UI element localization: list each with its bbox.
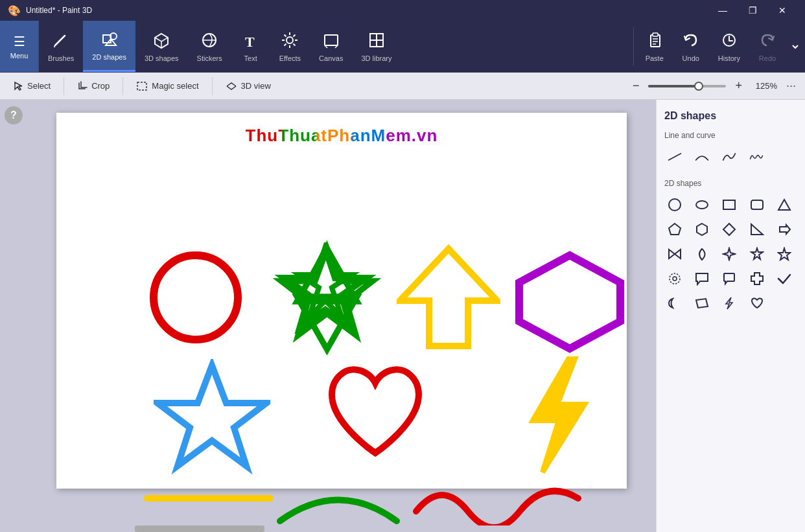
- stickers-label: Stickers: [197, 54, 222, 62]
- shape-btn-triangle[interactable]: [774, 194, 795, 215]
- zoom-fill: [648, 85, 699, 87]
- shape-circle: [141, 249, 251, 346]
- brushes-icon: [52, 31, 70, 52]
- zoom-slider[interactable]: [648, 85, 726, 87]
- history-label: History: [718, 54, 740, 62]
- shape-arc: [274, 472, 403, 532]
- toolbar-stickers[interactable]: Stickers: [188, 21, 231, 72]
- shape-btn-oval[interactable]: [692, 194, 712, 215]
- shape-btn-star4[interactable]: [719, 244, 740, 264]
- help-button[interactable]: ?: [5, 106, 23, 124]
- toolbar-undo[interactable]: Undo: [673, 21, 709, 72]
- shape-btn-rounded-rect[interactable]: [747, 194, 767, 215]
- shape-btn-round-speech[interactable]: [719, 268, 740, 289]
- svg-point-39: [669, 199, 681, 211]
- shape-btn-s-curve[interactable]: [719, 146, 740, 167]
- shape-btn-crescent[interactable]: [664, 293, 685, 314]
- shape-btn-star6[interactable]: [774, 244, 795, 264]
- toolbar-collapse-button[interactable]: [786, 21, 805, 72]
- titlebar: 🎨 Untitled* - Paint 3D — ❐ ✕: [0, 0, 805, 21]
- shape-btn-leaf[interactable]: [692, 244, 712, 264]
- toolbar-paste[interactable]: Paste: [636, 21, 673, 72]
- effects-label: Effects: [279, 54, 301, 62]
- shape-btn-lightning[interactable]: [719, 293, 740, 314]
- shape-btn-right-triangle[interactable]: [747, 219, 767, 240]
- shape-btn-pentagon[interactable]: [664, 219, 685, 240]
- toolbar-history[interactable]: History: [709, 21, 749, 72]
- toolbar-3d-shapes[interactable]: 3D shapes: [135, 21, 188, 72]
- shape-btn-circle[interactable]: [664, 194, 685, 215]
- shape-btn-gear[interactable]: [664, 268, 685, 289]
- zoom-more-button[interactable]: ···: [782, 79, 800, 93]
- shape-star6-better: [267, 239, 387, 359]
- shape-btn-rect[interactable]: [719, 194, 740, 215]
- shape-btn-squiggle[interactable]: [746, 146, 767, 167]
- toolbar-brushes[interactable]: Brushes: [39, 21, 83, 72]
- scrollbar-thumb[interactable]: [135, 526, 264, 532]
- line-curve-shapes: [664, 146, 797, 167]
- 3d-shapes-label: 3D shapes: [145, 54, 179, 62]
- svg-marker-50: [723, 248, 735, 260]
- shape-lightning: [513, 353, 601, 479]
- horizontal-scrollbar[interactable]: [54, 526, 656, 532]
- shape-hexagon: [510, 249, 630, 356]
- shape-btn-curve[interactable]: [692, 146, 712, 167]
- canvas-icon: [322, 31, 340, 52]
- stickers-icon: [200, 31, 218, 52]
- toolbar-canvas[interactable]: Canvas: [310, 21, 352, 72]
- 3d-view-label: 3D view: [241, 81, 271, 91]
- shape-btn-star5[interactable]: [747, 244, 767, 264]
- canvas-area[interactable]: ThuThuatPhanMem.vn: [27, 100, 656, 532]
- 3d-view-button[interactable]: 3D view: [218, 76, 279, 97]
- history-icon: [720, 31, 738, 52]
- zoom-in-button[interactable]: +: [731, 79, 746, 93]
- shape-btn-arrow-right[interactable]: [774, 219, 795, 240]
- toolbar-2d-shapes[interactable]: 2D shapes: [83, 21, 135, 72]
- close-button[interactable]: ✕: [767, 0, 797, 21]
- shape-btn-chevron[interactable]: [664, 244, 685, 264]
- app-title: Untitled* - Paint 3D: [26, 6, 92, 15]
- shape-btn-parallelogram[interactable]: [692, 293, 712, 314]
- svg-marker-43: [778, 200, 790, 210]
- menu-button[interactable]: ☰ Menu: [0, 21, 39, 72]
- shape-btn-line[interactable]: [664, 146, 685, 167]
- maximize-button[interactable]: ❐: [738, 0, 767, 21]
- shape-line: [141, 485, 277, 511]
- svg-marker-45: [697, 224, 707, 235]
- drawing-canvas[interactable]: ThuThuatPhanMem.vn: [56, 113, 627, 489]
- toolbar-right: Paste Undo History: [631, 21, 805, 72]
- minimize-button[interactable]: —: [708, 0, 738, 21]
- toolbar-redo[interactable]: Redo: [749, 21, 786, 72]
- svg-marker-47: [751, 224, 763, 235]
- shape-btn-diamond[interactable]: [719, 219, 740, 240]
- magic-select-button[interactable]: Magic select: [128, 76, 206, 97]
- toolbar-text[interactable]: T Text: [231, 21, 270, 72]
- shape-btn-cross[interactable]: [747, 268, 767, 289]
- svg-point-28: [154, 255, 238, 340]
- subtoolbar: Select Crop Magic select 3D view − + 125…: [0, 73, 805, 100]
- select-button[interactable]: Select: [5, 76, 58, 97]
- svg-point-5: [286, 37, 293, 43]
- 2d-shapes-icon: [100, 30, 119, 51]
- toolbar-effects[interactable]: Effects: [270, 21, 310, 72]
- svg-line-11: [294, 43, 296, 45]
- shape-btn-speech-bubble[interactable]: [692, 268, 712, 289]
- shape-btn-check[interactable]: [774, 268, 795, 289]
- shape-btn-hexagon[interactable]: [692, 219, 712, 240]
- svg-line-13: [285, 43, 286, 45]
- separator-1: [64, 77, 64, 95]
- 3d-shapes-icon: [152, 31, 170, 52]
- zoom-thumb[interactable]: [694, 82, 703, 91]
- toolbar-3d-library[interactable]: 3D library: [352, 21, 401, 72]
- shapes-section-title: 2D shapes: [664, 179, 797, 188]
- zoom-out-button[interactable]: −: [629, 79, 644, 93]
- shape-btn-heart[interactable]: [747, 293, 767, 314]
- crop-button[interactable]: Crop: [69, 76, 117, 97]
- svg-rect-19: [370, 40, 377, 47]
- 2d-shapes-label: 2D shapes: [92, 53, 126, 61]
- undo-icon: [682, 31, 700, 52]
- svg-marker-33: [400, 249, 497, 346]
- paste-icon: [646, 31, 664, 52]
- svg-marker-52: [778, 248, 790, 260]
- svg-point-40: [696, 201, 708, 209]
